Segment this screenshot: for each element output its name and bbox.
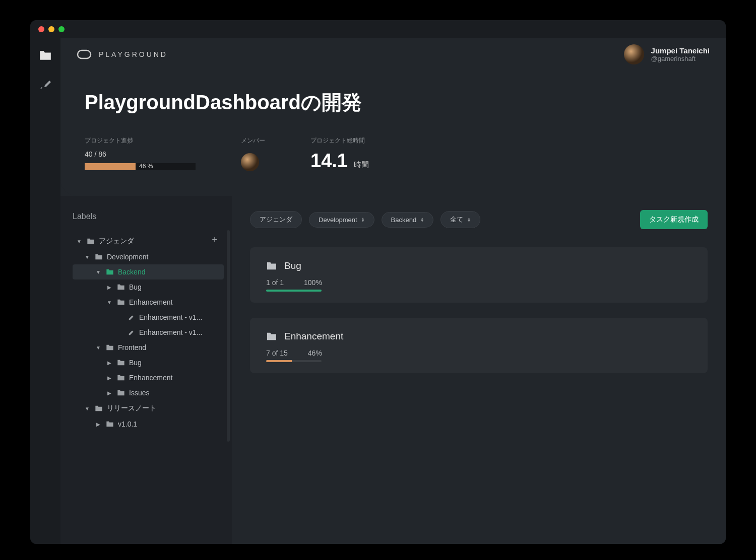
brush-nav-icon[interactable] xyxy=(38,78,52,92)
folder-icon xyxy=(87,238,95,245)
tree-item-frontend[interactable]: ▼ Frontend xyxy=(73,340,224,355)
filter-development[interactable]: Development▲▼ xyxy=(309,212,374,228)
folder-icon xyxy=(117,299,125,306)
pencil-icon xyxy=(128,314,135,321)
tree-item-agenda[interactable]: ▼ アジェンダ xyxy=(73,233,224,249)
chevron-down-icon: ▼ xyxy=(95,269,102,275)
pencil-icon xyxy=(128,329,135,336)
card-pct: 46% xyxy=(308,349,322,357)
card-title: Bug xyxy=(284,260,301,271)
progress-bar: 46 % xyxy=(85,163,196,170)
sort-icon: ▲▼ xyxy=(361,217,365,222)
filter-row: アジェンダ Development▲▼ Backend▲▼ 全て▲▼ タスク新規… xyxy=(250,210,708,229)
close-window-button[interactable] xyxy=(38,26,44,32)
folder-icon xyxy=(106,344,114,351)
labels-sidebar: Labels + ▼ アジェンダ ▼ Development xyxy=(60,196,232,544)
progress-stat: プロジェクト進捗 40 / 86 46 % xyxy=(85,136,196,170)
tree-item-enhancement-v1a[interactable]: Enhancement - v1... xyxy=(73,310,224,325)
member-avatar[interactable] xyxy=(241,153,259,171)
user-handle: @gamerinshaft xyxy=(651,55,710,62)
brand: PLAYGROUND xyxy=(77,49,168,59)
folder-icon xyxy=(266,332,277,341)
tree-item-issues[interactable]: ▶ Issues xyxy=(73,385,224,400)
sort-icon: ▲▼ xyxy=(467,217,471,222)
tree-item-bug2[interactable]: ▶ Bug xyxy=(73,355,224,370)
progress-count: 40 / 86 xyxy=(85,150,196,158)
chevron-right-icon: ▶ xyxy=(106,390,113,396)
filter-agenda[interactable]: アジェンダ xyxy=(250,211,302,228)
avatar xyxy=(624,44,644,64)
progress-pct: 46 % xyxy=(139,163,153,170)
folder-icon xyxy=(106,421,114,428)
folder-icon xyxy=(95,405,103,412)
minimize-window-button[interactable] xyxy=(48,26,54,32)
chevron-down-icon: ▼ xyxy=(106,300,113,305)
time-unit: 時間 xyxy=(354,160,369,169)
chevron-right-icon: ▶ xyxy=(106,285,113,290)
tree-item-enhancement-v1b[interactable]: Enhancement - v1... xyxy=(73,325,224,340)
chevron-down-icon: ▼ xyxy=(95,345,102,351)
create-task-button[interactable]: タスク新規作成 xyxy=(640,210,708,229)
logo-icon xyxy=(77,49,92,59)
members-stat: メンバー xyxy=(241,136,265,171)
folder-icon xyxy=(106,268,114,275)
hero-section: PlaygroundDashboardの開発 プロジェクト進捗 40 / 86 … xyxy=(60,71,726,196)
task-card-bug[interactable]: Bug 1 of 1 100% xyxy=(250,247,708,303)
label-tree: ▼ アジェンダ ▼ Development ▼ Backend xyxy=(73,233,224,432)
sidebar-title: Labels xyxy=(73,212,224,221)
filter-backend[interactable]: Backend▲▼ xyxy=(382,212,434,228)
progress-label: プロジェクト進捗 xyxy=(85,136,196,145)
brand-text: PLAYGROUND xyxy=(99,50,168,58)
folder-icon xyxy=(266,261,277,270)
chevron-down-icon: ▼ xyxy=(84,406,91,411)
folder-icon xyxy=(95,253,103,260)
tree-item-enhancement[interactable]: ▼ Enhancement xyxy=(73,295,224,310)
sort-icon: ▲▼ xyxy=(420,217,424,222)
chevron-down-icon: ▼ xyxy=(84,254,91,260)
user-name: Jumpei Taneichi xyxy=(651,46,710,55)
add-label-button[interactable]: + xyxy=(212,234,218,246)
scrollbar[interactable] xyxy=(227,230,230,442)
tree-item-enhancement2[interactable]: ▶ Enhancement xyxy=(73,370,224,385)
main-content: アジェンダ Development▲▼ Backend▲▼ 全て▲▼ タスク新規… xyxy=(232,196,726,544)
window-controls xyxy=(38,26,65,32)
chevron-right-icon: ▶ xyxy=(106,375,113,381)
left-rail xyxy=(30,38,60,544)
time-label: プロジェクト総時間 xyxy=(310,136,369,145)
maximize-window-button[interactable] xyxy=(58,26,65,32)
card-progress-bar xyxy=(266,360,322,362)
folder-icon xyxy=(117,284,125,291)
user-menu[interactable]: Jumpei Taneichi @gamerinshaft xyxy=(624,44,710,64)
task-card-enhancement[interactable]: Enhancement 7 of 15 46% xyxy=(250,318,708,373)
tree-item-backend[interactable]: ▼ Backend xyxy=(73,264,224,279)
time-value: 14.1 xyxy=(310,150,348,172)
folder-nav-icon[interactable] xyxy=(38,48,52,62)
card-title: Enhancement xyxy=(284,331,343,342)
chevron-right-icon: ▶ xyxy=(95,422,102,427)
card-count: 7 of 15 xyxy=(266,349,288,357)
members-label: メンバー xyxy=(241,136,265,145)
chevron-right-icon: ▶ xyxy=(106,360,113,366)
app-window: PLAYGROUND Jumpei Taneichi @gamerinshaft… xyxy=(30,20,726,544)
folder-icon xyxy=(117,359,125,366)
page-title: PlaygroundDashboardの開発 xyxy=(85,89,702,116)
card-pct: 100% xyxy=(304,278,322,287)
tree-item-v101[interactable]: ▶ v1.0.1 xyxy=(73,416,224,432)
svg-rect-0 xyxy=(78,50,91,58)
chevron-down-icon: ▼ xyxy=(76,239,83,244)
card-progress-bar xyxy=(266,290,322,292)
titlebar xyxy=(30,20,726,38)
card-count: 1 of 1 xyxy=(266,278,284,287)
header-bar: PLAYGROUND Jumpei Taneichi @gamerinshaft xyxy=(60,38,726,71)
filter-all[interactable]: 全て▲▼ xyxy=(440,211,480,228)
time-stat: プロジェクト総時間 14.1 時間 xyxy=(310,136,369,172)
tree-item-release-notes[interactable]: ▼ リリースノート xyxy=(73,400,224,416)
tree-item-development[interactable]: ▼ Development xyxy=(73,249,224,264)
folder-icon xyxy=(117,389,125,396)
tree-item-bug[interactable]: ▶ Bug xyxy=(73,279,224,295)
folder-icon xyxy=(117,374,125,381)
